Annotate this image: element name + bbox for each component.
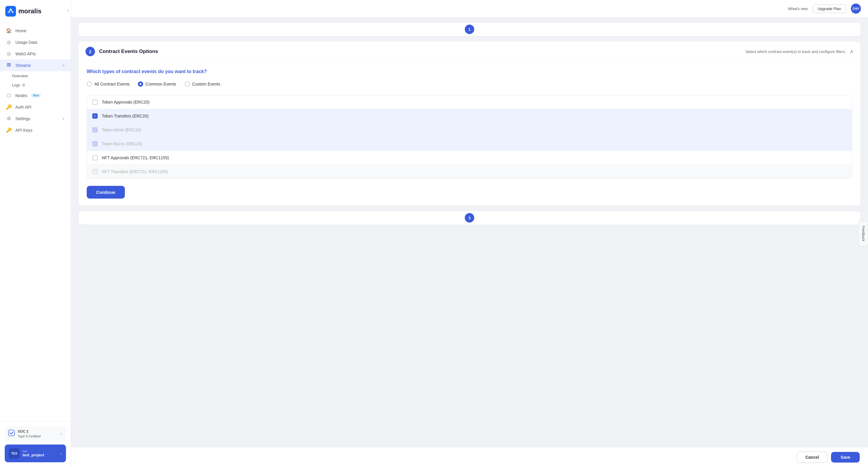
sidebar-item-logs[interactable]: Logs 0 xyxy=(12,81,71,90)
soc-badge[interactable]: SOC 2 Type II Certified ↗ xyxy=(5,426,66,442)
home-icon: 🏠 xyxy=(6,28,12,33)
radio-label-custom: Custom Events xyxy=(192,82,220,86)
user-avatar[interactable]: DAV xyxy=(851,4,861,13)
checkbox-label-token-mints: Token Mints (ERC20) xyxy=(102,127,141,132)
cancel-button[interactable]: Cancel xyxy=(797,451,828,463)
logo-text: moralis xyxy=(18,7,41,15)
checkbox-token-approvals[interactable]: Token Approvals (ERC20) xyxy=(87,95,852,109)
project-avatar: TES xyxy=(9,448,20,459)
sidebar-item-auth-api[interactable]: 🔑 Auth API xyxy=(0,101,71,113)
sidebar-item-home[interactable]: 🏠 Home xyxy=(0,25,71,36)
nodes-new-badge: New xyxy=(31,93,41,98)
checkbox-label-token-burns: Token Burns (ERC20) xyxy=(102,142,142,146)
checkbox-box-token-transfers: ✓ xyxy=(92,113,98,119)
soc-label1: SOC 2 xyxy=(18,429,40,434)
section-question: Which types of contract events do you wa… xyxy=(87,69,852,74)
sidebar-item-label: Usage Data xyxy=(16,40,37,45)
svg-rect-0 xyxy=(5,6,16,17)
card-header-left: 2 Contract Events Options xyxy=(86,47,158,56)
top-stub-card: 1 xyxy=(78,22,861,36)
project-label: xxx xyxy=(23,449,57,453)
chevron-down-icon: ∨ xyxy=(62,117,65,121)
collapse-section-button[interactable]: ∧ xyxy=(850,48,854,55)
svg-rect-2 xyxy=(7,64,11,65)
card-title: Contract Events Options xyxy=(99,49,158,54)
step3-badge: 3 xyxy=(465,213,474,223)
card-header-right: Select which contract event(s) to track … xyxy=(746,48,854,55)
sidebar-item-usage-data[interactable]: ◎ Usage Data xyxy=(0,36,71,48)
checkbox-label-nft-approvals: NFT Approvals (ERC721, ERC1155) xyxy=(102,155,169,160)
sidebar-footer: SOC 2 Type II Certified ↗ TES xxx test_p… xyxy=(0,421,71,467)
settings-icon: ⚙ xyxy=(6,116,12,121)
auth-icon: 🔑 xyxy=(6,104,12,110)
main-area: What's new Upgrade Plan DAV 1 2 Contract… xyxy=(71,0,868,467)
sidebar-nav: 🏠 Home ◎ Usage Data ◎ Web3 APIs Streams … xyxy=(0,23,71,421)
project-info: xxx test_project xyxy=(23,449,57,457)
checkbox-label-token-approvals: Token Approvals (ERC20) xyxy=(102,100,149,105)
project-arrow-icon: › xyxy=(60,451,62,456)
whats-new-link[interactable]: What's new xyxy=(788,6,808,11)
collapse-sidebar-button[interactable]: ‹ xyxy=(65,6,71,14)
sidebar-item-settings[interactable]: ⚙ Settings ∨ xyxy=(0,113,71,124)
sidebar-item-label: Home xyxy=(16,28,26,33)
radio-common-events[interactable]: Common Events xyxy=(138,81,176,87)
sidebar-item-label: Settings xyxy=(16,116,30,121)
checkbox-token-burns: ✓ Token Burns (ERC20) xyxy=(87,137,852,151)
checkbox-label-token-transfers: Token Transfers (ERC20) xyxy=(102,114,149,118)
web3-icon: ◎ xyxy=(6,51,12,57)
soc-label2: Type II Certified xyxy=(18,434,40,438)
radio-label-all: All Contract Events xyxy=(94,82,130,86)
project-name: test_project xyxy=(23,453,57,457)
step1-badge: 1 xyxy=(465,25,474,34)
streams-submenu: Overview Logs 0 xyxy=(0,71,71,90)
radio-all-contract-events[interactable]: All Contract Events xyxy=(87,81,130,87)
sidebar-item-overview[interactable]: Overview xyxy=(12,71,71,81)
sidebar-item-web3-apis[interactable]: ◎ Web3 APIs xyxy=(0,48,71,59)
moralis-logo-icon xyxy=(5,6,16,17)
topbar: What's new Upgrade Plan DAV xyxy=(71,0,868,18)
upgrade-plan-button[interactable]: Upgrade Plan xyxy=(813,4,846,13)
section-subtitle: Select which contract event(s) to track … xyxy=(746,50,846,54)
checkbox-box-token-approvals xyxy=(92,99,98,105)
sidebar-item-nodes[interactable]: ⬡ Nodes New xyxy=(0,90,71,101)
svg-rect-1 xyxy=(7,63,11,64)
sidebar-item-streams[interactable]: Streams ∧ xyxy=(0,59,71,71)
chevron-up-icon: ∧ xyxy=(62,63,65,67)
checkbox-box-token-mints: ✓ xyxy=(92,127,98,133)
soc-external-link-icon: ↗ xyxy=(59,432,62,436)
svg-rect-3 xyxy=(7,66,11,66)
logo-area: moralis ‹ xyxy=(0,0,71,23)
sidebar-item-label: API Keys xyxy=(16,128,33,133)
checkbox-nft-approvals[interactable]: NFT Approvals (ERC721, ERC1155) xyxy=(87,151,852,165)
continue-button[interactable]: Continue xyxy=(87,186,125,199)
checkbox-box-nft-approvals xyxy=(92,155,98,160)
streams-icon xyxy=(6,62,12,68)
radio-custom-events[interactable]: Custom Events xyxy=(185,81,220,87)
contract-events-card: 2 Contract Events Options Select which c… xyxy=(78,41,861,206)
checkbox-list: Token Approvals (ERC20) ✓ Token Transfer… xyxy=(87,95,852,179)
checkbox-box-nft-transfers xyxy=(92,169,98,174)
feedback-tab[interactable]: Feedback xyxy=(859,221,868,246)
card-body: Which types of contract events do you wa… xyxy=(79,62,861,206)
radio-circle-common xyxy=(138,81,143,87)
checkbox-nft-transfers: NFT Transfers (ERC721, ERC1155) xyxy=(87,165,852,178)
api-keys-icon: 🔑 xyxy=(6,127,12,133)
sidebar: moralis ‹ 🏠 Home ◎ Usage Data ◎ Web3 API… xyxy=(0,0,71,467)
save-button[interactable]: Save xyxy=(831,452,860,463)
radio-circle-custom xyxy=(185,81,190,87)
sidebar-item-label: Streams xyxy=(16,63,31,68)
checkbox-token-mints: ✓ Token Mints (ERC20) xyxy=(87,123,852,137)
checkbox-token-transfers[interactable]: ✓ Token Transfers (ERC20) xyxy=(87,109,852,123)
soc-text: SOC 2 Type II Certified xyxy=(18,429,40,439)
overview-label: Overview xyxy=(12,74,28,78)
svg-rect-4 xyxy=(8,430,14,436)
card-header: 2 Contract Events Options Select which c… xyxy=(79,41,861,62)
usage-data-icon: ◎ xyxy=(6,39,12,45)
checkbox-label-nft-transfers: NFT Transfers (ERC721, ERC1155) xyxy=(102,169,168,174)
sidebar-item-label: Auth API xyxy=(16,105,31,110)
sidebar-item-label: Web3 APIs xyxy=(16,52,36,56)
step-badge: 2 xyxy=(86,47,95,56)
project-switcher[interactable]: TES xxx test_project › xyxy=(5,444,66,462)
bottom-bar: Cancel Save xyxy=(71,447,868,467)
sidebar-item-api-keys[interactable]: 🔑 API Keys xyxy=(0,124,71,136)
